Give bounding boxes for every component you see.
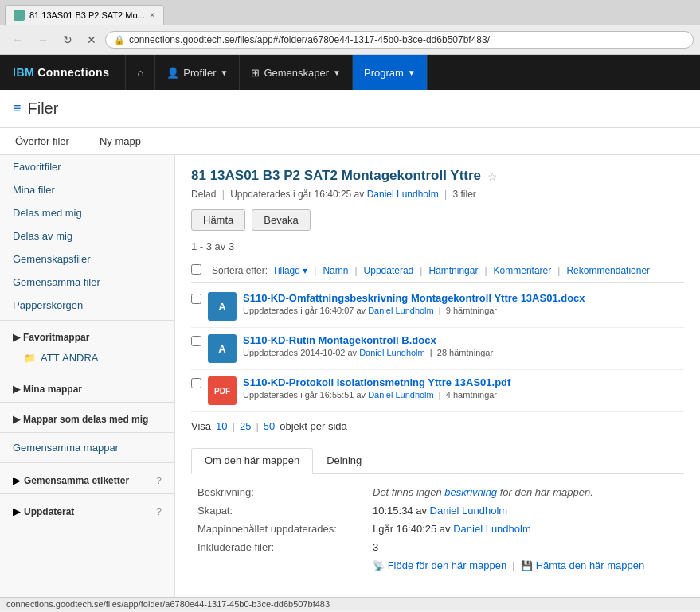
program-arrow: ▼ — [408, 68, 416, 77]
home-icon: ⌂ — [137, 67, 143, 79]
browser-navigation: ← → ↻ ✕ 🔒 connections.goodtech.se/files/… — [0, 25, 700, 54]
folder-title[interactable]: 81 13AS01 B3 P2 SAT2 Montagekontroll Ytt… — [191, 168, 481, 185]
folder-author-link[interactable]: Daniel Lundholm — [367, 189, 439, 200]
sidebar-item-minafiler[interactable]: Mina filer — [0, 178, 174, 201]
main-layout: Favoritfiler Mina filer Delas med mig De… — [0, 155, 700, 597]
file-1-checkbox[interactable] — [191, 294, 201, 304]
profiler-arrow: ▼ — [221, 68, 229, 77]
pagination-10[interactable]: 10 — [216, 420, 227, 432]
sidebar-item-gemenskapsfiler[interactable]: Gemenskapsfiler — [0, 248, 174, 271]
sort-rekommendationer[interactable]: Rekommendationer — [566, 265, 650, 276]
home-nav-item[interactable]: ⌂ — [126, 55, 155, 90]
program-label: Program — [364, 67, 404, 79]
skapad-author-link[interactable]: Daniel Lundholm — [430, 505, 508, 516]
pagination-50[interactable]: 50 — [264, 420, 275, 432]
sidebar-group-favoritmappar[interactable]: ▶ Favoritmappar — [0, 324, 174, 347]
folder-title-row: 81 13AS01 B3 P2 SAT2 Montagekontroll Ytt… — [191, 168, 684, 185]
file-3-checkbox[interactable] — [191, 378, 201, 388]
refresh-button[interactable]: ↻ — [57, 30, 78, 49]
beskrivning-text: Det finns ingen beskrivning för den här … — [373, 486, 593, 498]
file-item-3: PDF S110-KD-Protokoll Isolationsmetning … — [191, 370, 684, 412]
ibm-logo[interactable]: IBMConnections — [0, 55, 126, 90]
sidebar-group-mappardelas[interactable]: ▶ Mappar som delas med mig — [0, 406, 174, 429]
beskrivning-link[interactable]: beskrivning — [444, 486, 497, 498]
uppdaterat-help-icon[interactable]: ? — [156, 506, 162, 517]
select-all-checkbox[interactable] — [191, 264, 201, 275]
att-andra-label: ATT ÄNDRA — [41, 352, 98, 364]
sidebar-subitem-att-andra[interactable]: 📁 ATT ÄNDRA — [0, 347, 174, 368]
file-author-2[interactable]: Daniel Lundholm — [359, 348, 425, 357]
sidebar-item-delasmig[interactable]: Delas med mig — [0, 201, 174, 224]
etiketter-label: Gemensamma etiketter — [24, 475, 129, 486]
browser-chrome: 81 13AS01 B3 P2 SAT2 Mo... × ← → ↻ ✕ 🔒 c… — [0, 0, 700, 55]
pin-icon[interactable]: ☆ — [487, 170, 498, 183]
page-title: Filer — [28, 99, 59, 118]
back-button[interactable]: ← — [6, 30, 29, 49]
file-icon-pdf-3: PDF — [208, 376, 237, 405]
sort-tillagd[interactable]: Tillagd ▾ — [272, 265, 307, 276]
uppdaterad-author-link[interactable]: Daniel Lundholm — [453, 523, 531, 535]
sidebar-group-uppdaterat[interactable]: ▶ Uppdaterat — [13, 505, 74, 517]
gemenskaper-label: Gemenskaper — [264, 67, 329, 79]
sidebar-item-delasavmig[interactable]: Delas av mig — [0, 224, 174, 248]
uppdaterat-label: Uppdaterat — [24, 506, 74, 517]
bevaka-button[interactable]: Bevaka — [252, 209, 310, 231]
forward-button[interactable]: → — [32, 30, 54, 49]
pagination: Visa 10 | 25 | 50 objekt per sida — [191, 412, 684, 440]
sort-hamtningar[interactable]: Hämtningar — [428, 265, 478, 276]
etiketter-help-icon[interactable]: ? — [156, 475, 162, 486]
download-icon: 💾 — [521, 560, 533, 571]
sort-uppdaterad[interactable]: Uppdaterad — [364, 265, 414, 276]
files-icon: ≡ — [13, 100, 22, 117]
page-content: ≡ Filer Överför filer Ny mapp Favoritfil… — [0, 90, 700, 597]
sort-kommentarer[interactable]: Kommentarer — [494, 265, 552, 276]
sidebar-group-minamappar[interactable]: ▶ Mina mappar — [0, 376, 174, 399]
info-tab-delning[interactable]: Delning — [313, 448, 375, 473]
sidebar-item-favoritfiler[interactable]: Favoritfiler — [0, 155, 174, 178]
tab-nymapp[interactable]: Ny mapp — [84, 128, 156, 154]
browser-tab[interactable]: 81 13AS01 B3 P2 SAT2 Mo... × — [5, 5, 164, 25]
sidebar-item-gemensamma-mappar[interactable]: Gemensamma mappar — [0, 436, 174, 459]
tab-overfor[interactable]: Överför filer — [0, 128, 84, 154]
file-author-3[interactable]: Daniel Lundholm — [368, 390, 434, 400]
sidebar-group-uppdaterat-row: ▶ Uppdaterat ? — [0, 497, 174, 521]
beskrivning-label: Beskrivning: — [191, 483, 366, 501]
hamta-button[interactable]: Hämta — [191, 209, 245, 231]
info-tab-bar: Om den här mappen Delning — [191, 448, 684, 474]
pagination-25[interactable]: 25 — [240, 420, 251, 432]
feed-icon: 📡 — [373, 560, 385, 571]
sidebar-item-gemensamma[interactable]: Gemensamma filer — [0, 271, 174, 294]
file-author-1[interactable]: Daniel Lundholm — [368, 306, 434, 315]
sidebar: Favoritfiler Mina filer Delas med mig De… — [0, 155, 175, 597]
file-checkbox-2[interactable] — [191, 334, 201, 349]
ibm-navbar: IBMConnections ⌂ 👤 Profiler ▼ ⊞ Gemenska… — [0, 55, 700, 90]
page-header: ≡ Filer — [0, 90, 700, 128]
favoritmappar-label: Favoritmappar — [23, 332, 89, 343]
hamta-link[interactable]: Hämta den här mappen — [536, 559, 645, 571]
file-name-2[interactable]: S110-KD-Rutin Montagekontroll B.docx — [243, 334, 436, 346]
file-name-1[interactable]: S110-KD-Omfattningsbeskrivning Montageko… — [243, 292, 585, 304]
file-icon-word-2: A — [208, 334, 237, 363]
file-checkbox-1[interactable] — [191, 292, 201, 306]
nav-items: ⌂ 👤 Profiler ▼ ⊞ Gemenskaper ▼ Program ▼ — [126, 55, 427, 90]
uppdaterad-label: Mappinnehållet uppdaterades: — [191, 520, 366, 538]
inkluderade-value: 3 — [366, 538, 684, 556]
close-button[interactable]: ✕ — [81, 30, 102, 49]
file-details-1: S110-KD-Omfattningsbeskrivning Montageko… — [243, 292, 684, 315]
sidebar-item-papperskorgen[interactable]: Papperskorgen — [0, 294, 174, 317]
address-bar[interactable]: 🔒 connections.goodtech.se/files/app#/fol… — [105, 31, 694, 49]
flode-link[interactable]: Flöde för den här mappen — [388, 559, 507, 571]
profiler-nav-item[interactable]: 👤 Profiler ▼ — [155, 55, 240, 90]
info-tabs: Om den här mappen Delning Beskrivning: D… — [191, 448, 684, 584]
sort-namn[interactable]: Namn — [323, 265, 348, 276]
per-sida-label: objekt per sida — [280, 420, 347, 432]
sidebar-group-etiketter[interactable]: ▶ Gemensamma etiketter — [13, 474, 129, 486]
program-nav-item[interactable]: Program ▼ — [353, 55, 428, 90]
file-checkbox-3[interactable] — [191, 376, 201, 391]
folder-updated-text: Uppdaterades i går 16:40:25 av — [230, 189, 364, 200]
file-name-3[interactable]: S110-KD-Protokoll Isolationsmetning Yttr… — [243, 376, 510, 388]
tab-close-button[interactable]: × — [150, 10, 155, 21]
info-tab-om[interactable]: Om den här mappen — [191, 448, 313, 474]
gemenskaper-nav-item[interactable]: ⊞ Gemenskaper ▼ — [240, 55, 353, 90]
file-2-checkbox[interactable] — [191, 336, 201, 346]
